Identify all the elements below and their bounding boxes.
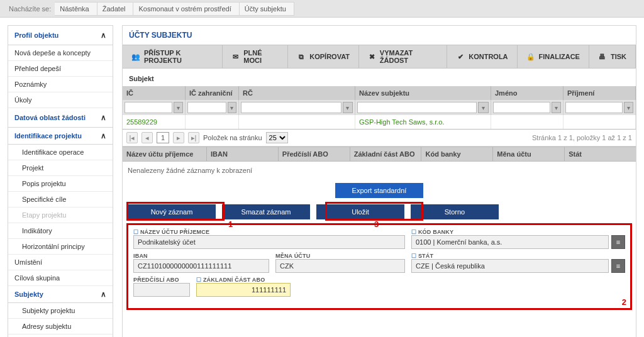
sidebar-item[interactable]: Úkoly [8,92,113,108]
annotation-number: 2 [622,297,626,307]
zakladni-cast-input[interactable]: 111111111 [196,283,291,297]
toolbar-finalizace[interactable]: 🔒 FINALIZACE [518,45,589,68]
toolbar-plne-moci[interactable]: ✉ PLNÉ MOCI [223,45,288,68]
col-header-jmeno[interactable]: Jméno [491,86,564,100]
print-icon: 🖶 [598,52,607,61]
cancel-button[interactable]: Storno [411,204,499,219]
filter-icon[interactable]: ▾ [228,102,236,113]
col-header[interactable]: Stát [565,147,636,161]
sidebar-item[interactable]: Poznámky [8,77,113,92]
filter-icon[interactable]: ▾ [552,102,561,113]
breadcrumb-label: Nacházíte se: [5,5,55,13]
sidebar-item[interactable]: Popis projektu [8,176,113,192]
pager-page[interactable]: 1 [157,132,169,143]
sidebar-subsection-label: Subjekty [14,290,43,298]
col-header-nazev[interactable]: Název subjektu [355,86,491,100]
sidebar-item[interactable]: Umístění [8,255,113,270]
filter-icz[interactable] [187,102,226,113]
breadcrumb-item[interactable]: Účty subjektu [240,2,294,16]
pager-prev-icon[interactable]: ◂ [142,132,153,143]
pager-items-label: Položek na stránku [203,134,262,141]
sidebar: Profil objektu ∧ Nová depeše a koncepty … [8,25,113,337]
grid-row[interactable]: 25589229 GSP-High Tech Saws, s.r.o. [123,115,636,129]
kod-banky-input[interactable]: 0100 | Komerční banka, a.s. [411,235,609,249]
breadcrumb-item[interactable]: Kosmonaut v ostrém prostředí [133,2,239,16]
col-header[interactable]: Měna účtu [493,147,565,161]
pager-first-icon[interactable]: |◂ [126,132,138,143]
pager-next-icon[interactable]: ▸ [173,132,184,143]
sidebar-item[interactable]: Indikátory [8,223,113,239]
delete-icon: ✖ [368,52,376,61]
pager-page-size[interactable]: 25 [266,132,288,143]
sidebar-item[interactable]: Cílová skupina [8,270,113,286]
filter-rc[interactable] [241,102,341,113]
mena-input[interactable]: CZK [275,259,405,273]
filter-jmeno[interactable] [493,102,550,113]
nazev-uctu-input[interactable]: Podnikatelský účet [133,235,405,249]
col-header[interactable]: IBAN [207,147,279,161]
breadcrumb-item[interactable]: Nástěnka [55,2,97,16]
lock-icon: 🔒 [526,52,535,61]
sidebar-item-adresy[interactable]: Adresy subjektu [8,319,113,334]
col-header[interactable]: Kód banky [421,147,493,161]
list-icon[interactable]: ≡ [611,235,625,249]
annotation-highlight [126,202,225,221]
field-label: KÓD BANKY [411,229,625,235]
toolbar-kontrola[interactable]: ✔ KONTROLA [447,45,517,68]
col-header-rc[interactable]: RČ [239,86,355,100]
sidebar-item[interactable]: Nová depeše a koncepty [8,45,113,61]
sidebar-item-subjekty-projektu[interactable]: Subjekty projektu [8,303,113,319]
field-label: ZÁKLADNÍ ČÁST ABO [196,277,291,283]
iban-input[interactable]: CZ1101000000000111111111 [133,259,269,273]
field-label: MĚNA ÚČTU [275,253,405,259]
field-label: NÁZEV ÚČTU PŘÍJEMCE [133,229,405,235]
sidebar-item[interactable]: Etapy projektu [8,207,113,223]
field-label: PŘEDČÍSLÍ ABO [133,277,190,283]
col-header-prijmeni[interactable]: Příjmení [564,86,636,100]
toolbar-tisk[interactable]: 🖶 TISK [589,45,636,68]
filter-nazev[interactable] [357,102,477,113]
sidebar-item[interactable]: Projekt [8,160,113,176]
copy-icon: ⧉ [297,52,306,61]
sidebar-item[interactable]: Horizontální principy [8,239,113,255]
grid-ucty-header: Název účtu příjemce IBAN Předčíslí ABO Z… [123,146,636,162]
export-button[interactable]: Export standardní [335,183,423,198]
stat-input[interactable]: CZE | Česká republika [411,259,609,273]
sidebar-section-profil[interactable]: Profil objektu ∧ [8,26,113,45]
section-subjekt: Subjekt [123,69,636,86]
mail-icon: ✉ [231,52,240,61]
filter-icon[interactable]: ▾ [478,102,489,113]
field-label: STÁT [411,253,625,259]
toolbar-label: PŘÍSTUP K PROJEKTU [144,49,213,64]
cell-jmeno [491,115,564,129]
toolbar-kopirovat[interactable]: ⧉ KOPÍROVAT [288,45,359,68]
sidebar-item[interactable]: Specifické cíle [8,192,113,207]
filter-icon[interactable]: ▾ [343,102,353,113]
col-header[interactable]: Základní část ABO [350,147,422,161]
sidebar-subsection-subjekty[interactable]: Subjekty ∧ [8,286,113,303]
col-header-ic[interactable]: IČ [123,86,186,100]
sidebar-item[interactable]: Přehled depeší [8,61,113,77]
toolbar-vymazat[interactable]: ✖ VYMAZAT ŽÁDOST [359,45,447,68]
col-header-icz[interactable]: IČ zahraniční [186,86,239,100]
col-header[interactable]: Název účtu příjemce [123,147,207,161]
col-header[interactable]: Předčíslí ABO [279,147,350,161]
delete-record-button[interactable]: Smazat záznam [222,204,310,219]
toolbar-pristup[interactable]: 👥 PŘÍSTUP K PROJEKTU [123,45,223,68]
filter-prijmeni[interactable] [565,102,623,113]
pager-last-icon[interactable]: ▸| [188,132,199,143]
predcisli-input[interactable] [133,283,190,297]
cell-nazev: GSP-High Tech Saws, s.r.o. [355,115,491,129]
filter-icon[interactable]: ▾ [624,102,633,113]
sidebar-subsection-identifikace[interactable]: Identifikace projektu ∧ [8,128,113,145]
toolbar-label: FINALIZACE [539,53,580,60]
toolbar-label: VYMAZAT ŽÁDOST [380,49,438,64]
sidebar-section-datova[interactable]: Datová oblast žádosti ∧ [8,108,113,128]
list-icon[interactable]: ≡ [611,259,625,273]
breadcrumb-item[interactable]: Žadatel [97,2,134,16]
filter-ic[interactable] [125,102,172,113]
sidebar-item[interactable]: Identifikace operace [8,145,113,160]
filter-icon[interactable]: ▾ [174,102,183,113]
sidebar-item-osoby[interactable]: Osoby subjektu [8,334,113,337]
grid-subjekt: IČ IČ zahraniční RČ Název subjektu Jméno… [123,86,636,130]
